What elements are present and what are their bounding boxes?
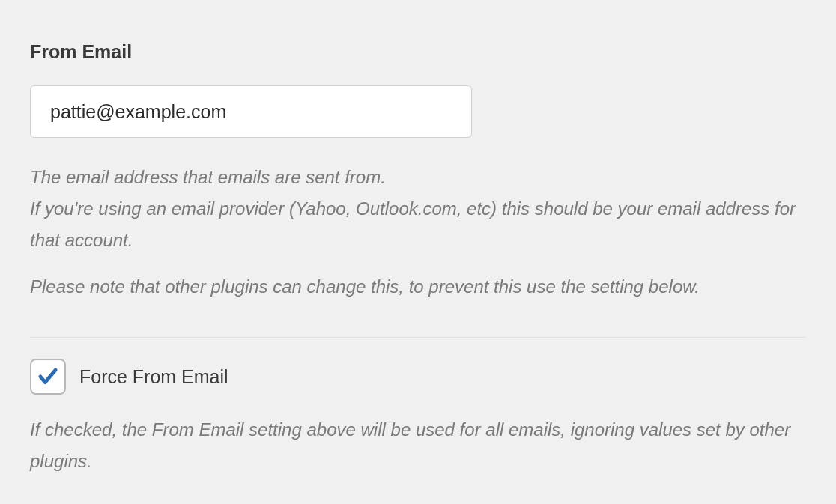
force-from-email-help: If checked, the From Email setting above…	[30, 414, 802, 477]
force-from-email-label: Force From Email	[79, 366, 228, 388]
section-divider	[30, 337, 806, 338]
help-line-1: The email address that emails are sent f…	[30, 167, 386, 187]
force-from-email-row: Force From Email	[30, 359, 806, 395]
from-email-label: From Email	[30, 41, 806, 63]
from-email-input[interactable]	[30, 85, 472, 138]
help-note: Please note that other plugins can chang…	[30, 271, 802, 303]
from-email-help: The email address that emails are sent f…	[30, 162, 802, 303]
help-line-2: If you're using an email provider (Yahoo…	[30, 198, 796, 250]
